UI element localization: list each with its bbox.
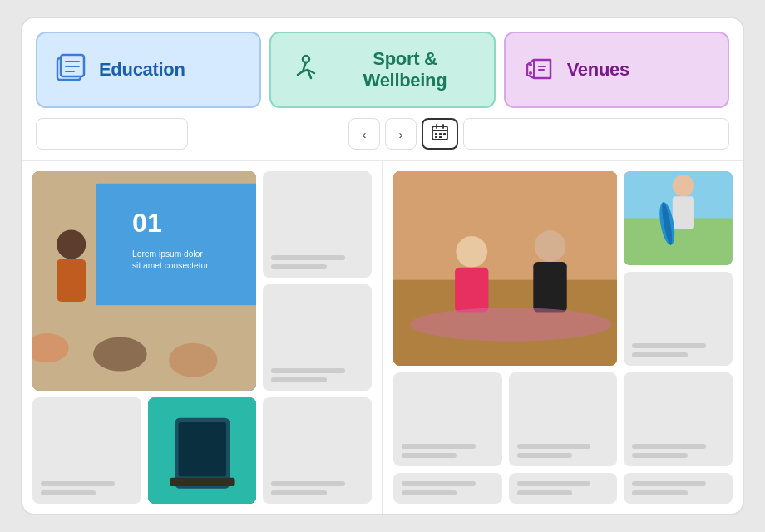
education-cell-4 xyxy=(32,397,141,504)
svg-rect-16 xyxy=(439,136,442,138)
svg-rect-14 xyxy=(443,133,446,135)
tab-sport-label: Sport & Wellbeing xyxy=(333,48,476,91)
sport-cell-4 xyxy=(509,372,618,466)
sport-yoga-image xyxy=(624,171,733,265)
sport-cell-7 xyxy=(393,473,502,504)
svg-rect-29 xyxy=(178,422,225,476)
sport-cell-2 xyxy=(624,272,733,366)
sport-cell-8 xyxy=(509,473,618,504)
sport-cell-6 xyxy=(624,372,733,466)
sport-cell-9 xyxy=(624,473,733,504)
education-main-image: 01 Lorem ipsum dolor sit amet consectetu… xyxy=(32,171,256,391)
svg-rect-15 xyxy=(435,136,437,138)
svg-point-22 xyxy=(57,229,86,259)
svg-rect-43 xyxy=(533,262,566,313)
tab-venues[interactable]: Venues xyxy=(504,32,729,108)
svg-rect-34 xyxy=(673,196,694,229)
education-icon xyxy=(54,53,87,86)
svg-text:01: 01 xyxy=(132,208,162,238)
svg-rect-30 xyxy=(170,478,234,486)
svg-rect-39 xyxy=(393,171,617,279)
svg-point-44 xyxy=(410,308,611,341)
sport-grid xyxy=(393,171,733,504)
svg-point-42 xyxy=(535,230,566,262)
education-grid: 01 Lorem ipsum dolor sit amet consectetu… xyxy=(32,171,372,504)
prev-button[interactable]: ‹ xyxy=(348,118,380,150)
education-cell-6 xyxy=(263,397,372,504)
svg-point-7 xyxy=(529,71,532,75)
app-container: Education Sport & Wellbeing xyxy=(21,17,744,515)
sport-cell-3 xyxy=(393,372,502,466)
svg-point-6 xyxy=(529,63,532,66)
education-tablet-image xyxy=(148,397,257,504)
svg-rect-23 xyxy=(57,259,86,302)
chevron-left-icon: ‹ xyxy=(363,127,367,141)
date-input[interactable] xyxy=(463,118,729,150)
svg-text:sit amet consectetur: sit amet consectetur xyxy=(132,261,209,270)
svg-point-40 xyxy=(456,236,487,268)
calendar-icon xyxy=(431,123,449,145)
education-section: 01 Lorem ipsum dolor sit amet consectetu… xyxy=(22,161,382,514)
content-area: 01 Lorem ipsum dolor sit amet consectetu… xyxy=(22,160,743,514)
svg-rect-13 xyxy=(439,133,442,135)
venues-icon xyxy=(522,53,555,86)
svg-point-26 xyxy=(169,343,218,377)
svg-rect-18 xyxy=(96,184,256,306)
next-button[interactable]: › xyxy=(385,118,417,150)
tab-venues-label: Venues xyxy=(567,59,629,81)
category-bar: Education Sport & Wellbeing xyxy=(22,18,743,108)
tab-sport[interactable]: Sport & Wellbeing xyxy=(269,32,495,108)
sport-icon xyxy=(288,53,321,86)
chevron-right-icon: › xyxy=(399,127,403,141)
svg-point-33 xyxy=(673,175,694,196)
yoga-image xyxy=(624,171,733,265)
education-cell-3 xyxy=(263,284,372,391)
fitness-image xyxy=(393,171,617,366)
search-input[interactable] xyxy=(36,118,188,150)
education-cell-2 xyxy=(263,171,372,278)
toolbar: ‹ › xyxy=(22,108,743,160)
svg-rect-12 xyxy=(435,133,437,135)
tab-education[interactable]: Education xyxy=(36,32,261,108)
education-image: 01 Lorem ipsum dolor sit amet consectetu… xyxy=(32,171,256,391)
calendar-button[interactable] xyxy=(422,118,458,150)
sport-section xyxy=(383,161,743,514)
svg-text:Lorem ipsum dolor: Lorem ipsum dolor xyxy=(132,249,203,259)
svg-rect-41 xyxy=(455,268,488,313)
sport-fitness-image xyxy=(393,171,617,366)
tab-education-label: Education xyxy=(99,59,185,81)
tablet-image xyxy=(148,397,257,504)
svg-point-25 xyxy=(93,337,147,371)
